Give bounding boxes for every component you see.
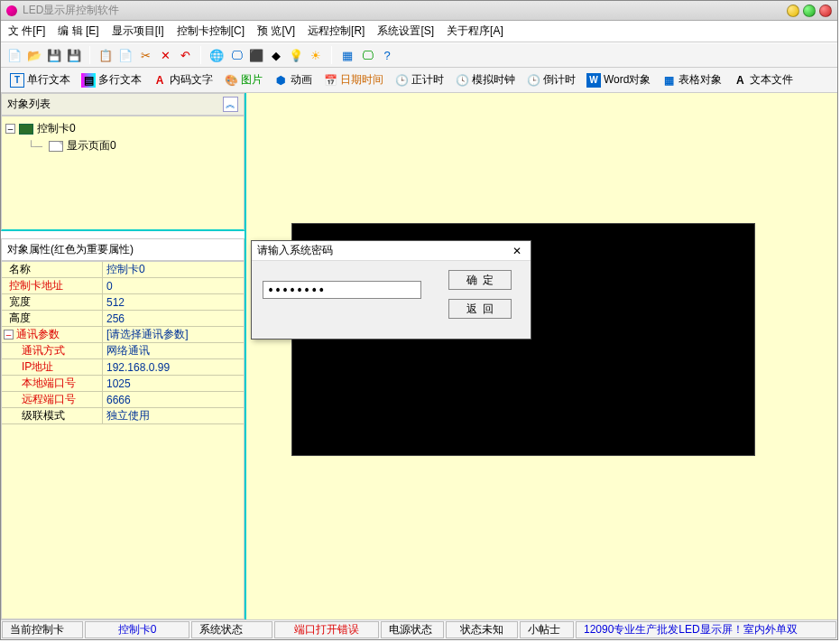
tree-root-row[interactable]: – 控制卡0 xyxy=(5,120,240,137)
animation-button[interactable]: ⬢动画 xyxy=(270,70,316,89)
clock-icon: 🕓 xyxy=(455,73,469,88)
property-value[interactable]: [请选择通讯参数] xyxy=(103,327,244,342)
menu-remote[interactable]: 远程控制[R] xyxy=(308,23,365,39)
brightness-icon[interactable]: ☀ xyxy=(308,47,324,63)
textfile-button[interactable]: A文本文件 xyxy=(729,70,797,89)
palette-icon: 🎨 xyxy=(224,73,238,88)
menu-about[interactable]: 关于程序[A] xyxy=(447,23,503,39)
property-row[interactable]: 控制卡地址0 xyxy=(2,278,244,294)
tree-expand-icon[interactable]: – xyxy=(5,124,15,134)
property-value[interactable]: 1025 xyxy=(103,377,244,390)
property-row[interactable]: 通讯方式网络通讯 xyxy=(2,343,244,359)
word-icon: W xyxy=(586,73,601,88)
save-as-icon[interactable]: 💾 xyxy=(66,47,82,63)
page-tree-icon xyxy=(49,141,63,152)
multi-text-button[interactable]: ▤多行文本 xyxy=(78,70,145,89)
property-value[interactable]: 网络通讯 xyxy=(103,343,244,358)
property-row[interactable]: 名称控制卡0 xyxy=(2,262,244,278)
left-panel: 对象列表 ︽ – 控制卡0 └─ 显示页面0 对象属性(红色为重要属性) 名称控… xyxy=(1,93,246,619)
stopwatch-button[interactable]: 🕒正计时 xyxy=(391,70,448,89)
dialog-close-icon[interactable]: ✕ xyxy=(509,243,525,259)
status-current-card-label: 当前控制卡 xyxy=(2,621,83,638)
brightness-btn-icon[interactable]: ◆ xyxy=(268,47,284,63)
prop-expand-icon[interactable]: – xyxy=(4,330,14,340)
tree-child-row[interactable]: └─ 显示页面0 xyxy=(5,137,240,154)
menu-file[interactable]: 文 件[F] xyxy=(8,23,45,39)
property-key: 远程端口号 xyxy=(22,393,76,405)
property-value[interactable]: 控制卡0 xyxy=(103,262,244,277)
ok-button[interactable]: 确定 xyxy=(448,270,512,290)
screen-icon[interactable]: 🖵 xyxy=(228,47,245,63)
status-system-label: 系统状态 xyxy=(191,621,272,638)
table-button[interactable]: ▦表格对象 xyxy=(658,70,725,89)
help-icon[interactable]: ? xyxy=(379,47,395,63)
property-value[interactable]: 192.168.0.99 xyxy=(103,361,244,374)
property-key: 控制卡地址 xyxy=(9,279,63,292)
analog-clock-button[interactable]: 🕓模拟时钟 xyxy=(451,70,519,89)
multitext-icon: ▤ xyxy=(81,73,96,88)
datetime-button[interactable]: 📅日期时间 xyxy=(319,70,387,89)
delete-icon[interactable]: ✕ xyxy=(157,47,173,63)
property-key: 通讯参数 xyxy=(16,328,60,340)
image-button[interactable]: 🎨图片 xyxy=(220,70,266,89)
undo-icon[interactable]: ↶ xyxy=(177,47,193,63)
property-value[interactable]: 独立使用 xyxy=(103,408,244,423)
maximize-button[interactable] xyxy=(803,5,816,17)
new-icon[interactable]: 📄 xyxy=(6,47,23,63)
property-value[interactable]: 0 xyxy=(103,280,244,293)
open-icon[interactable]: 📂 xyxy=(26,47,42,63)
property-row[interactable]: IP地址192.168.0.99 xyxy=(2,359,244,376)
monitor-icon[interactable]: 🖵 xyxy=(359,47,375,63)
property-value[interactable]: 256 xyxy=(103,312,244,325)
property-grid[interactable]: 名称控制卡0控制卡地址0宽度512高度256–通讯参数[请选择通讯参数]通讯方式… xyxy=(1,261,245,619)
tree-child-label: 显示页面0 xyxy=(67,138,116,154)
collapse-icon[interactable]: ︽ xyxy=(223,97,238,112)
canvas-area xyxy=(246,93,837,619)
property-row[interactable]: –通讯参数[请选择通讯参数] xyxy=(2,327,244,343)
property-row[interactable]: 远程端口号6666 xyxy=(2,392,244,408)
menu-preview[interactable]: 预 览[V] xyxy=(257,23,295,39)
menu-settings[interactable]: 系统设置[S] xyxy=(377,23,434,39)
card-tree-icon xyxy=(19,124,33,135)
property-value[interactable]: 512 xyxy=(103,296,244,309)
save-icon[interactable]: 💾 xyxy=(46,47,62,63)
menubar: 文 件[F] 编 辑 [E] 显示项目[I] 控制卡控制[C] 预 览[V] 远… xyxy=(1,21,837,42)
property-row[interactable]: 级联模式独立使用 xyxy=(2,408,244,424)
word-button[interactable]: WWord对象 xyxy=(583,70,654,89)
app-icon xyxy=(6,5,17,16)
back-button[interactable]: 返回 xyxy=(448,299,512,319)
lightbulb-icon[interactable]: 💡 xyxy=(288,47,304,63)
minimize-button[interactable] xyxy=(787,5,799,17)
property-key: 高度 xyxy=(9,312,31,324)
property-value[interactable]: 6666 xyxy=(103,394,244,406)
property-key: IP地址 xyxy=(22,360,53,373)
send-icon[interactable]: 🌐 xyxy=(208,47,225,63)
password-input[interactable] xyxy=(263,281,421,299)
textfile-icon: A xyxy=(733,73,747,88)
status-system: 端口打开错误 xyxy=(274,621,379,638)
inner-text-button[interactable]: A内码文字 xyxy=(149,70,217,89)
clear-icon[interactable]: ⬛ xyxy=(248,47,264,63)
status-tips: 12090专业生产批发LED显示屏！室内外单双 xyxy=(576,621,836,638)
single-text-button[interactable]: T单行文本 xyxy=(6,70,74,89)
property-row[interactable]: 本地端口号1025 xyxy=(2,376,244,392)
property-row[interactable]: 高度256 xyxy=(2,311,244,327)
status-current-card: 控制卡0 xyxy=(85,621,189,638)
toolbar-insert: T单行文本 ▤多行文本 A内码文字 🎨图片 ⬢动画 📅日期时间 🕒正计时 🕓模拟… xyxy=(1,68,837,93)
font-icon: A xyxy=(152,73,167,88)
menu-card-control[interactable]: 控制卡控制[C] xyxy=(177,23,245,39)
card-icon[interactable]: ▦ xyxy=(339,47,355,63)
paste-icon[interactable]: 📄 xyxy=(117,47,134,63)
copy-icon[interactable]: 📋 xyxy=(97,47,114,63)
object-tree[interactable]: – 控制卡0 └─ 显示页面0 xyxy=(1,116,245,231)
text-icon: T xyxy=(10,73,24,88)
menu-edit[interactable]: 编 辑 [E] xyxy=(58,23,98,39)
status-power: 状态未知 xyxy=(446,621,518,638)
property-row[interactable]: 宽度512 xyxy=(2,294,244,311)
menu-display-items[interactable]: 显示项目[I] xyxy=(112,23,164,39)
close-button[interactable] xyxy=(819,5,832,17)
countdown-button[interactable]: 🕒倒计时 xyxy=(522,70,579,89)
status-tips-label: 小帖士 xyxy=(520,621,574,638)
status-power-label: 电源状态 xyxy=(381,621,444,638)
cut-icon[interactable]: ✂ xyxy=(137,47,153,63)
